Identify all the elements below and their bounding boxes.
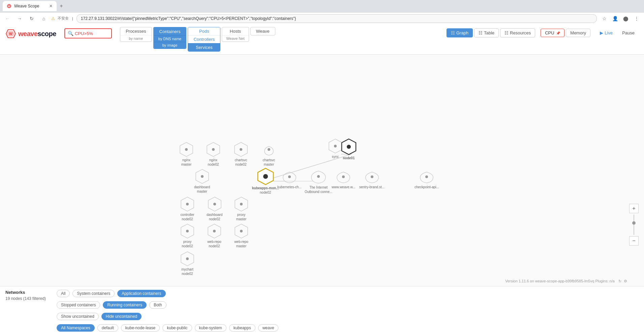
node-chartsvc-master[interactable]: chartsvcmaster (261, 142, 277, 167)
nav-groups: Processes by name Containers by DNS name… (120, 27, 275, 52)
filter-all-button[interactable]: All (57, 290, 70, 297)
pause-button[interactable]: Pause (618, 29, 639, 37)
search-box[interactable]: 🔍 (64, 28, 112, 38)
nodes-count: 19 nodes (143 filtered) (5, 296, 46, 301)
node-label-dashboard-master: dashboardmaster (194, 185, 210, 194)
live-play-icon: ▶ (600, 30, 603, 35)
profile-icon[interactable]: 👤 (610, 14, 620, 23)
ns-kubeapps-button[interactable]: kubeapps (229, 324, 255, 332)
svg-point-17 (334, 145, 337, 147)
active-tab[interactable]: W Weave Scope ✕ (3, 1, 57, 11)
cpu-label: CPU (545, 30, 554, 35)
table-view-button[interactable]: ☷ Table (474, 28, 499, 37)
ns-kube-node-lease-button[interactable]: kube-node-lease (121, 324, 160, 332)
home-button[interactable]: ⌂ (39, 14, 49, 23)
address-input[interactable] (76, 14, 597, 23)
node-controller-node02[interactable]: controllernode02 (180, 196, 195, 221)
node-www-weave[interactable]: www.weave.w... (332, 169, 356, 189)
svg-point-25 (317, 175, 320, 178)
node-web-repo-master[interactable]: web-repomaster (234, 223, 249, 248)
reload-button[interactable]: ↻ (27, 14, 36, 23)
svg-point-38 (213, 230, 216, 232)
bookmark-icon[interactable]: ☆ (600, 14, 609, 23)
node-label-web-repo-master: web-repomaster (234, 240, 248, 248)
table-label: Table (484, 30, 494, 35)
settings-icon[interactable]: ⚙ (624, 279, 627, 283)
node-kubernetes-ch[interactable]: kubernetes-ch... (277, 169, 302, 189)
logo-icon: W (5, 28, 16, 39)
version-bar: Version 1.11.6 on weave-scope-app-b99fb9… (505, 279, 627, 283)
menu-icon[interactable]: ⋮ (632, 14, 641, 23)
new-tab-button[interactable]: + (57, 1, 66, 11)
nav-containers-image[interactable]: by image (154, 42, 186, 48)
node-label-sync: sync (332, 155, 339, 159)
bottom-panel: Networks 19 nodes (143 filtered) All Sys… (0, 286, 644, 335)
filter-both-button[interactable]: Both (149, 301, 166, 309)
node-nginx-master[interactable]: nginxmaster (179, 142, 194, 167)
tab-close-button[interactable]: ✕ (49, 4, 53, 8)
node-sentry-brand[interactable]: sentry-brand.st... (359, 169, 385, 189)
live-button[interactable]: ▶ Live (596, 29, 617, 37)
nav-containers-button[interactable]: Containers (154, 28, 186, 35)
forward-button[interactable]: → (15, 14, 24, 23)
ns-default-button[interactable]: default (97, 324, 118, 332)
namespace-row: All Namespaces default kube-node-lease k… (57, 324, 278, 332)
ns-kube-public-button[interactable]: kube-public (162, 324, 192, 332)
ns-kube-system-button[interactable]: kube-system (195, 324, 226, 332)
search-input[interactable] (75, 31, 109, 36)
node-checkpoint-api[interactable]: checkpoint-api... (415, 169, 439, 189)
node-proxy-node02[interactable]: proxynode02 (180, 223, 195, 248)
node-label-proxy-node02: proxynode02 (182, 240, 193, 248)
node-label-node01: node01 (343, 156, 355, 160)
nav-processes-button[interactable]: Processes (120, 27, 152, 35)
svg-point-32 (213, 203, 216, 205)
graph-area[interactable]: nginxmaster nginxnode02 chartsvcnode02 c… (0, 55, 644, 286)
node-dashboard-master[interactable]: dashboardmaster (194, 169, 210, 194)
refresh-icon[interactable]: ↻ (618, 279, 621, 283)
svg-point-27 (371, 175, 373, 178)
node-label-mychart-node02: mychartnode02 (181, 267, 193, 276)
memory-metric-button[interactable]: Memory (566, 29, 590, 37)
node-label-checkpoint-api: checkpoint-api... (415, 185, 439, 189)
filter-stopped-button[interactable]: Stopped containers (57, 301, 100, 309)
nav-weave-button[interactable]: Weave (251, 27, 275, 35)
node-dashboard-node02[interactable]: dashboardnode02 (207, 196, 222, 221)
filter-show-uncontained-button[interactable]: Show uncontained (57, 313, 99, 320)
zoom-out-button[interactable]: − (629, 236, 639, 246)
node-label-proxy-master: proxymaster (236, 213, 247, 221)
nav-controllers-button[interactable]: Controllers (188, 35, 220, 43)
node-label-kubernetes-ch: kubernetes-ch... (277, 185, 302, 189)
filter-panel: All System containers Application contai… (57, 290, 278, 332)
nav-containers-dns[interactable]: by DNS name (154, 35, 186, 42)
top-nav: W weavescope 🔍 Processes by name Contain… (0, 24, 644, 55)
filter-running-button[interactable]: Running containers (103, 301, 146, 309)
nav-pods-button[interactable]: Pods (188, 27, 220, 35)
zoom-in-button[interactable]: + (629, 204, 639, 213)
node-proxy-master[interactable]: proxymaster (234, 196, 249, 221)
resources-label: Resources (510, 30, 531, 35)
back-button[interactable]: ← (3, 14, 12, 23)
node-mychart-node02[interactable]: mychartnode02 (180, 251, 195, 276)
ns-weave-button[interactable]: weave (258, 324, 279, 332)
node-label-chartsvc-master: chartsvcmaster (263, 158, 275, 167)
nav-hosts-button[interactable]: Hosts (222, 27, 248, 35)
nav-services-button[interactable]: Services (188, 43, 220, 51)
filter-hide-uncontained-button[interactable]: Hide uncontained (101, 313, 142, 320)
extensions-icon[interactable]: ⬤ (621, 14, 631, 23)
resources-view-button[interactable]: ☷ Resources (500, 28, 535, 37)
filter-application-button[interactable]: Application containers (117, 290, 165, 297)
svg-point-23 (263, 174, 268, 179)
cpu-metric-button[interactable]: CPU 📌 (541, 29, 564, 37)
stopped-filter-row: Stopped containers Running containers Bo… (57, 301, 278, 309)
ns-all-button[interactable]: All Namespaces (57, 324, 95, 332)
logo: W weavescope (5, 27, 56, 39)
node-kubeapps-mon[interactable]: kubeapps-mon...node02 (252, 168, 279, 195)
filter-system-button[interactable]: System containers (72, 290, 115, 297)
address-right-controls: ☆ 👤 ⬤ ⋮ (600, 14, 641, 23)
node-chartsvc-node02[interactable]: chartsvcnode02 (233, 142, 249, 167)
node-nginx-node02[interactable]: nginxnode02 (206, 142, 221, 167)
node-internet[interactable]: The InternetOutbound conne... (305, 168, 332, 194)
node-node01[interactable]: node01 (340, 138, 357, 160)
node-web-repo-node02[interactable]: web-reponode02 (207, 223, 222, 248)
graph-view-button[interactable]: ☷ Graph (447, 28, 473, 37)
